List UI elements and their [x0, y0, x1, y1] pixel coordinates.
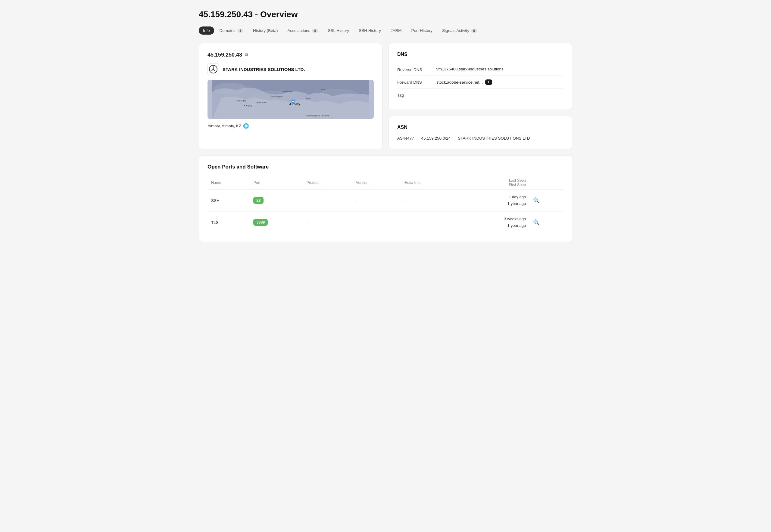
port-product: - — [303, 212, 352, 234]
svg-text:Uzinağas: Uzinağas — [237, 99, 246, 102]
col-port: Port — [250, 176, 303, 190]
ports-table: Name Port Product Version Extra Info Las… — [208, 176, 563, 233]
svg-text:Esik: Esik — [321, 88, 326, 91]
port-number: 22 — [250, 190, 303, 212]
col-product: Product — [303, 176, 352, 190]
svg-text:Shamalğan: Shamalğan — [271, 95, 283, 98]
port-search[interactable]: 🔍 — [529, 190, 563, 212]
port-product: - — [303, 190, 352, 212]
org-logo — [208, 63, 219, 75]
col-version: Version — [352, 176, 401, 190]
tab-info[interactable]: Info — [199, 26, 214, 35]
ports-card: Open Ports and Software Name Port Produc… — [199, 155, 572, 242]
asn-org: STARK INDUSTRIES SOLUTIONS LTD — [458, 136, 530, 141]
svg-text:Kargaly: Kargaly — [244, 104, 252, 107]
asn-row: AS44477 45.159.250.0/24 STARK INDUSTRIES… — [397, 136, 563, 141]
ports-title: Open Ports and Software — [208, 164, 563, 170]
page-title: 45.159.250.43 - Overview — [199, 10, 572, 19]
port-number: 3389 — [250, 212, 303, 234]
svg-text:Talğar: Talğar — [304, 97, 311, 100]
asn-range: 45.159.250.0/24 — [421, 136, 451, 141]
forward-dns-value: stock.adobe-service.net... 1 — [436, 79, 492, 85]
search-icon[interactable]: 🔍 — [533, 219, 540, 225]
port-search[interactable]: 🔍 — [529, 212, 563, 234]
ip-value: 45.159.250.43 — [208, 52, 242, 58]
tag-label: Tag — [397, 92, 430, 97]
dns-tag-row: Tag — [397, 89, 563, 101]
dns-card: DNS Reverse DNS vm1375468.stark-industri… — [389, 43, 572, 110]
copy-icon[interactable]: ⧉ — [245, 52, 248, 57]
domains-badge: 1 — [237, 29, 243, 33]
table-row: TLS 3389 - - - 3 weeks ago 1 year ago 🔍 — [208, 212, 563, 234]
tab-associations[interactable]: Associations 0 — [283, 26, 322, 35]
asn-card: ASN AS44477 45.159.250.0/24 STARK INDUST… — [389, 116, 572, 149]
col-last-seen: Last Seen First Seen — [458, 176, 530, 190]
port-badge[interactable]: 3389 — [253, 219, 268, 226]
tab-domains[interactable]: Domains 1 — [215, 26, 248, 35]
dns-reverse-row: Reverse DNS vm1375468.stark-industries.s… — [397, 63, 563, 76]
asn-number: AS44477 — [397, 136, 414, 141]
dns-title: DNS — [397, 52, 563, 57]
col-extra-info: Extra Info — [401, 176, 458, 190]
nav-tabs: Info Domains 1 History (Beta) Associatio… — [199, 26, 572, 35]
port-seen: 3 weeks ago 1 year ago — [458, 212, 530, 234]
asn-title: ASN — [397, 125, 563, 130]
tab-port-history[interactable]: Port History — [407, 26, 437, 35]
col-name: Name — [208, 176, 250, 190]
svg-text:Almaty Nature Reserve: Almaty Nature Reserve — [306, 114, 329, 117]
reverse-dns-label: Reverse DNS — [397, 67, 430, 72]
ip-address-row: 45.159.250.43 ⧉ — [208, 52, 374, 58]
globe-icon: 🌐 — [243, 123, 249, 129]
associations-badge: 0 — [312, 29, 318, 33]
col-actions — [529, 176, 563, 190]
svg-point-1 — [213, 69, 214, 70]
tab-jarm[interactable]: JARM — [386, 26, 406, 35]
dns-forward-row: Forward DNS stock.adobe-service.net... 1 — [397, 76, 563, 89]
port-seen: 1 day ago 1 year ago — [458, 190, 530, 212]
port-version: - — [352, 212, 401, 234]
tab-history[interactable]: History (Beta) — [249, 26, 282, 35]
port-extra-info: - — [401, 190, 458, 212]
forward-dns-label: Forward DNS — [397, 79, 430, 85]
tab-ssl-history[interactable]: SSL History — [324, 26, 353, 35]
port-version: - — [352, 190, 401, 212]
right-column: DNS Reverse DNS vm1375468.stark-industri… — [389, 43, 572, 149]
search-icon[interactable]: 🔍 — [533, 197, 540, 203]
svg-text:Qaskeñen: Qaskeñen — [256, 101, 267, 104]
map-container: Uzinağas Kargaly Qaskeñen Shamalğan Bora… — [208, 80, 374, 119]
port-badge[interactable]: 22 — [253, 197, 264, 204]
location-text: Almaty, Almaty, KZ 🌐 — [208, 123, 374, 129]
org-name: STARK INDUSTRIES SOLUTIONS LTD. — [223, 67, 305, 72]
signals-badge: 0 — [471, 29, 477, 33]
info-card: 45.159.250.43 ⧉ STARK INDUSTRIES SOLUTIO… — [199, 43, 382, 149]
svg-point-17 — [293, 101, 294, 102]
svg-text:Boraldaý: Boraldaý — [283, 90, 293, 93]
reverse-dns-value: vm1375468.stark-industries.solutions — [436, 67, 503, 71]
forward-dns-badge: 1 — [485, 79, 492, 85]
tab-ssh-history[interactable]: SSH History — [355, 26, 385, 35]
port-name: SSH — [208, 190, 250, 212]
port-extra-info: - — [401, 212, 458, 234]
port-name: TLS — [208, 212, 250, 234]
table-row: SSH 22 - - - 1 day ago 1 year ago 🔍 — [208, 190, 563, 212]
tab-signals[interactable]: Signals Activity 0 — [438, 26, 481, 35]
org-row: STARK INDUSTRIES SOLUTIONS LTD. — [208, 63, 374, 75]
